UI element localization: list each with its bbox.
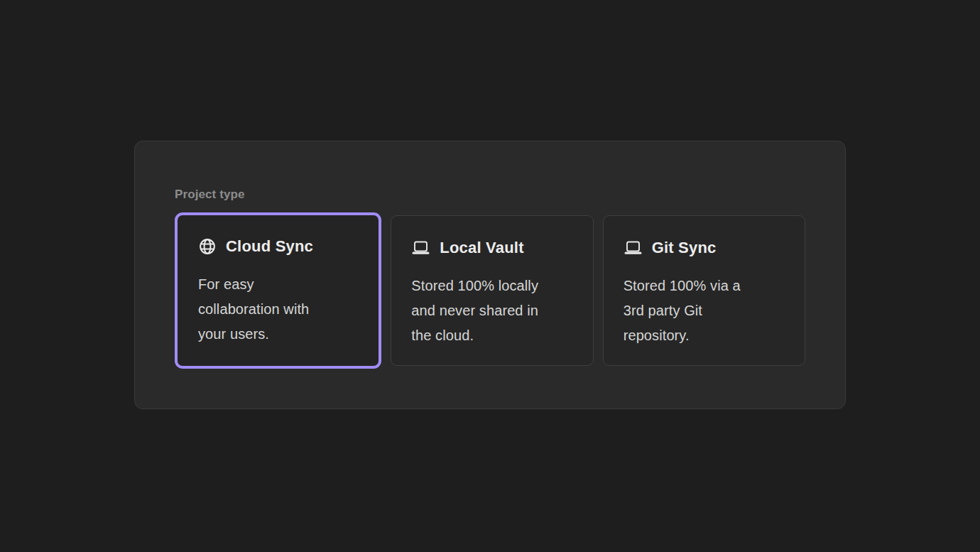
card-title: Local Vault: [440, 239, 523, 257]
card-description: Stored 100% via a 3rd party Git reposito…: [624, 274, 785, 348]
laptop-icon: [411, 239, 430, 256]
card-description: For easy collaboration with your users.: [198, 272, 359, 347]
card-title-row: Local Vault: [411, 239, 572, 257]
card-title: Git Sync: [652, 239, 717, 257]
project-type-card-local-vault[interactable]: Local Vault Stored 100% locally and neve…: [391, 215, 593, 366]
card-description: Stored 100% locally and never shared in …: [411, 274, 572, 348]
card-title-row: Git Sync: [624, 239, 785, 257]
laptop-icon: [624, 239, 643, 256]
globe-icon: [198, 237, 217, 256]
card-title: Cloud Sync: [226, 237, 313, 256]
app-background: Project type Cloud Sync For easy co: [0, 0, 980, 552]
project-type-options: Cloud Sync For easy collaboration with y…: [175, 212, 805, 369]
project-type-card-cloud-sync[interactable]: Cloud Sync For easy collaboration with y…: [175, 212, 381, 369]
project-type-label: Project type: [175, 187, 805, 202]
project-type-card-git-sync[interactable]: Git Sync Stored 100% via a 3rd party Git…: [603, 215, 805, 366]
card-title-row: Cloud Sync: [198, 237, 359, 256]
project-type-panel: Project type Cloud Sync For easy co: [134, 141, 846, 409]
